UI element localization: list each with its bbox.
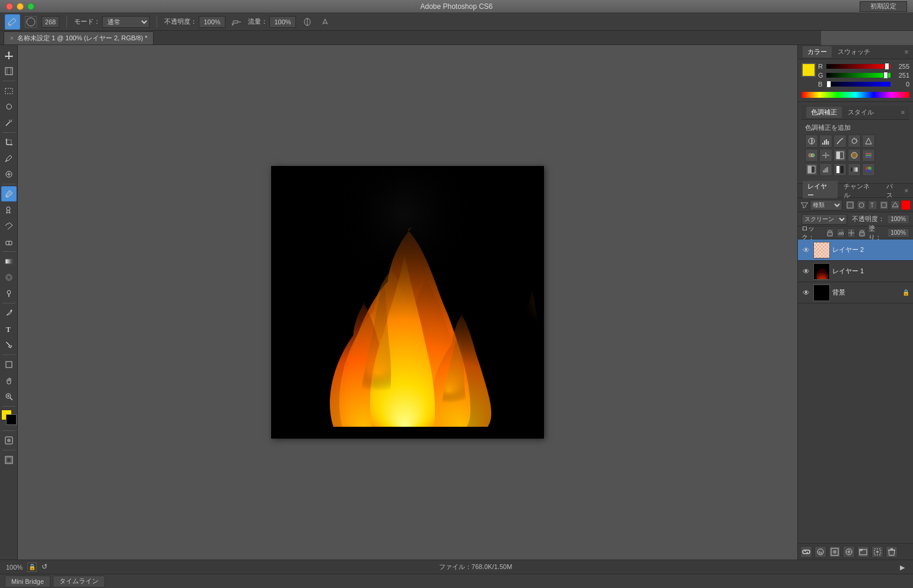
zoom-tool[interactable] [1, 389, 17, 404]
bg-layer-visibility[interactable]: 👁 [801, 288, 811, 298]
healing-tool[interactable] [1, 167, 17, 182]
styles-tab[interactable]: スタイル [843, 107, 879, 118]
red-slider-thumb[interactable] [885, 63, 889, 70]
exposure-adj[interactable] [848, 135, 861, 148]
workspace-preset-button[interactable]: 初期設定 [860, 1, 907, 12]
layer-1-visibility[interactable]: 👁 [801, 267, 811, 276]
screen-mode-btn[interactable] [1, 452, 17, 468]
current-color-swatch[interactable] [801, 63, 816, 77]
mini-bridge-tab[interactable]: Mini Bridge [5, 576, 50, 587]
close-doc-btn[interactable]: × [10, 35, 14, 41]
layer-2-visibility[interactable]: 👁 [801, 245, 811, 255]
airbrush-toggle[interactable] [230, 15, 243, 28]
layer-style-btn[interactable]: fx [815, 546, 826, 558]
minimize-button[interactable] [17, 3, 24, 10]
color-spectrum-bar[interactable] [801, 92, 909, 98]
rotation-reset-btn[interactable]: ↺ [42, 563, 51, 572]
zoom-lock-btn[interactable]: 🔒 [27, 563, 37, 572]
marquee-tool[interactable] [1, 83, 17, 98]
color-balance-adj[interactable] [819, 149, 832, 162]
gradient-tool[interactable] [1, 254, 17, 269]
fill-value-input[interactable] [887, 228, 909, 238]
close-button[interactable] [6, 3, 13, 10]
gradient-map-adj[interactable] [848, 163, 861, 176]
text-filter-btn[interactable]: T [868, 200, 877, 210]
brush-preview[interactable] [25, 16, 37, 28]
flow-input[interactable]: 100% [269, 16, 296, 28]
layer-link-btn[interactable] [800, 546, 812, 558]
green-slider-thumb[interactable] [883, 72, 888, 79]
opacity-input[interactable]: 100% [199, 16, 225, 28]
text-tool[interactable]: T [1, 321, 17, 337]
lasso-tool[interactable] [1, 99, 17, 114]
selective-color-adj[interactable] [862, 163, 875, 176]
crop-tool[interactable] [1, 135, 17, 150]
hue-saturation-adj[interactable] [805, 149, 818, 162]
eraser-tool[interactable] [1, 234, 17, 250]
blur-tool[interactable] [1, 270, 17, 285]
eyedropper-tool[interactable] [1, 151, 17, 166]
color-panel-menu[interactable]: ≡ [905, 49, 908, 55]
swatches-panel-tab[interactable]: スウォッチ [833, 46, 875, 57]
tablet-pressure-size[interactable] [319, 15, 332, 28]
lock-image-btn[interactable] [836, 228, 845, 238]
background-color[interactable] [6, 414, 17, 425]
wand-tool[interactable] [1, 115, 17, 130]
curves-adj[interactable] [834, 135, 847, 148]
brush-tool-active[interactable] [5, 14, 20, 30]
brush-size-display[interactable]: 268 [42, 16, 59, 28]
clone-tool[interactable] [1, 202, 17, 218]
maximize-button[interactable] [27, 3, 34, 10]
layer-item-1[interactable]: 👁 レイヤー 1 [798, 261, 913, 282]
adjustments-panel-menu[interactable]: ≡ [901, 109, 905, 116]
blue-slider-thumb[interactable] [826, 81, 831, 88]
lock-position-btn[interactable] [847, 228, 855, 238]
smart-filter-btn[interactable] [890, 200, 900, 210]
tablet-pressure-opacity[interactable] [301, 15, 314, 28]
layers-panel-menu[interactable]: ≡ [905, 187, 908, 194]
move-tool[interactable] [1, 47, 17, 63]
blend-mode-select[interactable]: スクリーン [801, 214, 847, 225]
photo-filter-adj[interactable] [848, 149, 861, 162]
filter-toggle[interactable] [901, 200, 911, 210]
new-layer-btn[interactable] [871, 546, 883, 558]
new-fill-layer-btn[interactable] [843, 546, 855, 558]
channel-mixer-adj[interactable] [862, 149, 875, 162]
layer-item-bg[interactable]: 👁 背景 🔒 [798, 282, 913, 303]
delete-layer-btn[interactable] [886, 546, 898, 558]
green-slider[interactable] [826, 73, 890, 78]
document-tab[interactable]: × 名称未設定 1 @ 100% (レイヤー 2, RGB/8) * [4, 31, 154, 44]
artboard-tool[interactable] [1, 63, 17, 79]
hand-tool[interactable] [1, 373, 17, 388]
levels-adj[interactable] [819, 135, 832, 148]
red-slider[interactable] [826, 64, 890, 69]
pen-tool[interactable] [1, 305, 17, 321]
posterize-adj[interactable] [819, 163, 832, 176]
vibrance-adj[interactable] [862, 135, 875, 148]
blue-slider[interactable] [826, 82, 890, 87]
mode-select[interactable]: 通常 [102, 16, 149, 28]
play-btn[interactable]: ▶ [900, 564, 907, 571]
layer-item-2[interactable]: 👁 レイヤー 2 [798, 239, 913, 261]
lock-transparent-btn[interactable] [826, 228, 834, 238]
pixel-filter-btn[interactable] [845, 200, 855, 210]
layer-mask-btn[interactable] [829, 546, 841, 558]
adj-filter-btn[interactable] [857, 200, 866, 210]
history-brush-tool[interactable] [1, 218, 17, 234]
brush-tool[interactable] [1, 186, 17, 202]
opacity-value-input[interactable]: 100% [887, 215, 909, 224]
dodge-tool[interactable] [1, 286, 17, 301]
threshold-adj[interactable] [834, 163, 847, 176]
black-white-adj[interactable] [834, 149, 847, 162]
brightness-contrast-adj[interactable] [805, 135, 818, 148]
document-canvas[interactable] [271, 166, 544, 439]
color-panel-tab[interactable]: カラー [803, 46, 832, 57]
adjustments-tab[interactable]: 色調補正 [806, 107, 842, 118]
shape-filter-btn[interactable] [879, 200, 889, 210]
quick-mask-btn[interactable] [1, 433, 17, 448]
layer-filter-select[interactable]: 種類 [810, 200, 842, 210]
invert-adj[interactable] [805, 163, 818, 176]
timeline-tab[interactable]: タイムライン [53, 576, 105, 587]
shape-tool[interactable] [1, 357, 17, 372]
new-group-btn[interactable] [857, 546, 869, 558]
